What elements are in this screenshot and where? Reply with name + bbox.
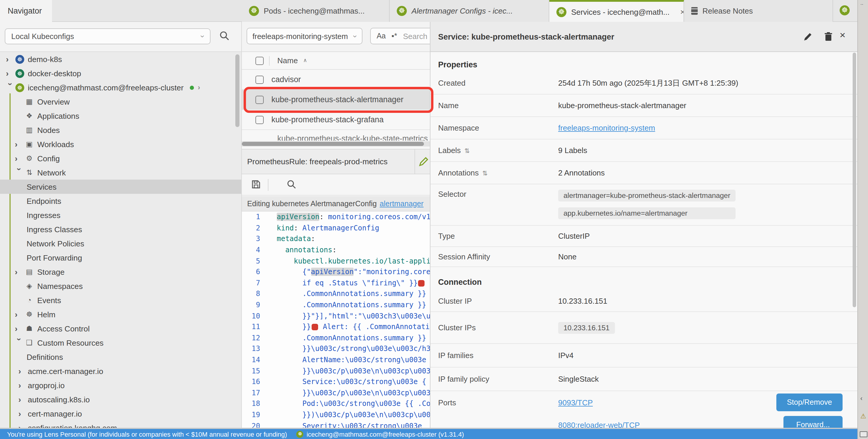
chevron-right-icon[interactable]: › xyxy=(15,154,24,163)
table-row-grafana[interactable]: kube-prometheus-stack-grafana xyxy=(242,110,430,130)
sidebar-item-applications[interactable]: ❖Applications xyxy=(0,109,241,123)
sidebar-item-config[interactable]: ›⚙Config xyxy=(0,151,241,165)
yaml-editor[interactable]: 1apiVersion: monitoring.coreos.com/v12ki… xyxy=(242,211,430,429)
row-label: Namespace xyxy=(438,124,558,132)
search-icon[interactable] xyxy=(219,31,229,41)
sidebar-item-nodes[interactable]: ▥Nodes xyxy=(0,123,241,137)
code-text: }}\u003c/strong\u003e\u003c/h3 xyxy=(277,345,430,353)
sidebar-item-ingress-classes[interactable]: Ingress Classes xyxy=(0,222,241,236)
kubernetes-icon: ☸ xyxy=(16,69,24,78)
siren-emoji xyxy=(312,324,318,330)
sidebar-item-endpoints[interactable]: Endpoints xyxy=(0,194,241,208)
select-all-checkbox[interactable] xyxy=(255,57,264,65)
table-row-cadvisor[interactable]: cadvisor xyxy=(242,70,430,90)
sidebar-item-overview[interactable]: ▦Overview xyxy=(0,95,241,109)
save-icon[interactable] xyxy=(251,180,261,189)
ellipsis-icon: ∙∙ xyxy=(860,1,863,7)
tab-alertmanager-configs[interactable]: ☸ Alertmanager Configs - icec... xyxy=(390,0,549,22)
row-label: Labels⇅ xyxy=(438,146,558,155)
line-number: 10 xyxy=(242,312,260,320)
row-checkbox[interactable] xyxy=(255,95,264,104)
sidebar-item-ingresses[interactable]: Ingresses xyxy=(0,208,241,222)
chevron-right-icon[interactable]: › xyxy=(15,139,24,149)
tab-services[interactable]: ☸ Services - icecheng@math... × xyxy=(549,0,684,22)
editor-search-icon[interactable] xyxy=(287,180,296,189)
sidebar-item-custom-resources[interactable]: ›❑Custom Resources xyxy=(0,336,241,350)
line-number: 2 xyxy=(242,224,260,232)
regex-icon[interactable]: ▪* xyxy=(392,32,397,40)
search-input[interactable]: Aa ▪* Search xyxy=(370,28,430,44)
sidebar-item-acme-cert-manager-io[interactable]: ›acme.cert-manager.io xyxy=(0,364,241,378)
namespace-link[interactable]: freeleaps-monitoring-system xyxy=(558,124,655,132)
match-case-icon[interactable]: Aa xyxy=(377,32,386,40)
resource-link[interactable]: alertmanager xyxy=(380,199,423,208)
delete-trash-icon[interactable] xyxy=(823,31,834,42)
forward-button[interactable]: Forward... xyxy=(783,416,843,429)
sidebar-item-cert-manager-io[interactable]: ›cert-manager.io xyxy=(0,406,241,421)
kubernetes-icon[interactable]: ☸ xyxy=(840,5,850,15)
chevron-right-icon[interactable]: › xyxy=(18,409,28,418)
stop-remove-button[interactable]: Stop/Remove xyxy=(776,394,843,411)
sidebar-item-network-policies[interactable]: Network Policies xyxy=(0,236,241,250)
chevron-right-icon[interactable]: › xyxy=(198,83,200,92)
chevron-right-icon[interactable]: › xyxy=(18,395,28,404)
code-segment: .CommonAnnotations.summary }} xyxy=(277,334,426,342)
port-link[interactable]: 9093/TCP xyxy=(558,398,593,407)
chevron-right-icon[interactable]: › xyxy=(6,69,16,78)
sidebar-item-storage[interactable]: ›▤Storage xyxy=(0,265,241,279)
sidebar-item-workloads[interactable]: ›▣Workloads xyxy=(0,137,241,151)
chevron-down-icon[interactable]: › xyxy=(15,168,24,177)
chevron-down-icon[interactable]: › xyxy=(15,338,24,347)
line-number: 6 xyxy=(242,268,260,276)
chevron-right-icon[interactable]: › xyxy=(15,310,24,319)
chevron-down-icon[interactable]: › xyxy=(6,83,16,92)
chevron-right-icon[interactable]: › xyxy=(18,366,28,376)
edit-pencil-icon[interactable] xyxy=(802,31,813,42)
sidebar-item-port-forwarding[interactable]: Port Forwarding xyxy=(0,250,241,265)
close-icon[interactable]: × xyxy=(840,30,845,41)
chevron-right-icon[interactable]: › xyxy=(15,324,24,333)
row-checkbox[interactable] xyxy=(255,75,264,83)
chevron-right-icon[interactable]: › xyxy=(15,267,24,276)
close-icon[interactable]: × xyxy=(680,7,684,16)
table-row-partial[interactable]: kube-prometheus-stack-kube-state-metrics xyxy=(242,130,430,141)
code-segment: Alert: {{ .CommonAnnotati xyxy=(319,323,430,331)
sidebar-item-namespaces[interactable]: ◈Namespaces xyxy=(0,279,241,293)
column-header-name[interactable]: Name xyxy=(277,56,298,65)
kubeconfig-select[interactable]: Local Kubeconfigs › xyxy=(5,28,211,44)
sidebar-item-docker-desktop[interactable]: ›☸docker-desktop xyxy=(0,66,241,80)
sidebar-item-autoscaling-k8s-io[interactable]: ›autoscaling.k8s.io xyxy=(0,392,241,406)
edit-pencil-icon[interactable] xyxy=(418,157,429,167)
chevron-right-icon[interactable]: › xyxy=(6,54,16,64)
navigator-sidebar: ›☸demo-k8s›☸docker-desktop›☸icecheng@mat… xyxy=(0,52,242,429)
horizontal-scrollbar[interactable] xyxy=(242,141,430,146)
tab-release-notes[interactable]: Release Notes xyxy=(684,0,833,22)
sidebar-item-events[interactable]: ◔Events xyxy=(0,293,241,307)
sort-ascending-icon[interactable]: ∧ xyxy=(303,57,307,63)
storage-icon: ▤ xyxy=(24,268,34,276)
sidebar-item-icecheng-mathmast-com-freeleaps-cluster[interactable]: ›☸icecheng@mathmast.com@freeleaps-cluste… xyxy=(0,80,241,95)
sidebar-item-argoproj-io[interactable]: ›argoproj.io xyxy=(0,378,241,392)
code-segment: .CommonAnnotations.summary }} xyxy=(277,301,426,309)
sidebar-item-helm[interactable]: ›☸Helm xyxy=(0,307,241,322)
code-text: annotations: xyxy=(277,246,336,254)
sort-toggle-icon[interactable]: ⇅ xyxy=(464,147,470,154)
sidebar-item-network[interactable]: ›⇅Network xyxy=(0,165,241,180)
sidebar-item-demo-k8s[interactable]: ›☸demo-k8s xyxy=(0,52,241,66)
sidebar-item-definitions[interactable]: Definitions xyxy=(0,350,241,364)
navigator-panel-tab[interactable]: Navigator xyxy=(0,0,52,22)
scrollbar-thumb[interactable] xyxy=(242,142,424,146)
sidebar-scrollbar[interactable] xyxy=(235,54,240,127)
table-row-alertmanager[interactable]: kube-prometheus-stack-alertmanager xyxy=(242,90,430,110)
chevron-right-icon[interactable]: › xyxy=(18,380,28,390)
sidebar-item-access-control[interactable]: ›☗Access Control xyxy=(0,322,241,336)
drawer-row-ports-2: 8080:reloader-web/TCP Forward... xyxy=(430,414,857,429)
sidebar-item-services[interactable]: Services xyxy=(0,180,241,194)
namespace-select[interactable]: freeleaps-monitoring-system › xyxy=(247,28,363,44)
drawer-scrollbar[interactable] xyxy=(852,53,856,307)
sort-toggle-icon[interactable]: ⇅ xyxy=(482,170,488,177)
row-checkbox[interactable] xyxy=(255,115,264,124)
code-segment: Service:\u003c/strong\u003e { xyxy=(277,377,426,386)
tab-pods[interactable]: ☸ Pods - icecheng@mathmas... xyxy=(242,0,390,22)
sidebar-item-label: demo-k8s xyxy=(28,55,62,64)
